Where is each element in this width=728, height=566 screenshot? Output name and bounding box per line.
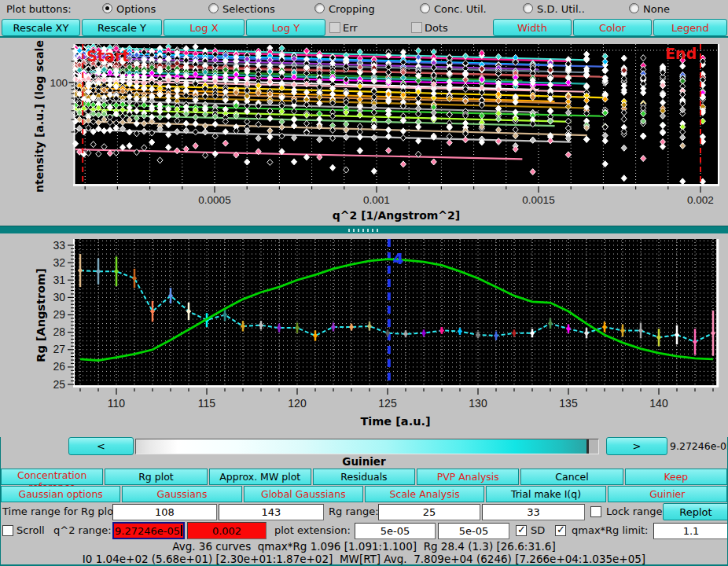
lock-range-label: Lock range xyxy=(606,503,663,519)
slider-next-button[interactable]: > xyxy=(606,437,667,455)
radio-none[interactable] xyxy=(629,3,639,13)
svg-text:140: 140 xyxy=(649,397,668,410)
iq-plot-svg: StartEnd0.00050.0010.00150.002100q^2 [1/… xyxy=(0,38,728,225)
rg-plot-range-row: Time range for Rg plot: Rg range: Lock r… xyxy=(0,503,728,521)
plot-buttons-label: Plot buttons: xyxy=(6,1,72,17)
concentration-reference-button[interactable]: Concentration reference xyxy=(1,469,103,485)
iq-plot-canvas[interactable]: StartEnd0.00050.0010.00150.002100q^2 [1/… xyxy=(0,38,728,225)
rg-plot-svg: 4110115120125130135140252627282930313233… xyxy=(0,234,728,432)
log-y-button[interactable]: Log Y xyxy=(246,19,325,36)
rg-from-input[interactable] xyxy=(378,504,480,520)
radio-label-s-d-util: S.D. Util.. xyxy=(537,1,585,17)
radio-conc-util[interactable] xyxy=(420,3,430,13)
q2-range-row: Scroll q^2 range: 9.27246e-05 0.002 plot… xyxy=(0,522,728,540)
color-button[interactable]: Color xyxy=(573,19,652,36)
global-gaussians-button[interactable]: Global Gaussians xyxy=(244,486,363,502)
gaussians-button[interactable]: Gaussians xyxy=(122,486,241,502)
svg-text:0.0005: 0.0005 xyxy=(198,194,230,206)
svg-text:125: 125 xyxy=(378,397,397,410)
qmax-rg-input[interactable] xyxy=(653,523,728,539)
plot-extension-label: plot extension: xyxy=(274,522,351,538)
time-range-label: Time range for Rg plot: xyxy=(2,503,121,519)
keep-button[interactable]: Keep xyxy=(625,469,727,485)
qmax-rg-label: qmax*Rg limit: xyxy=(572,522,648,538)
q2-max-field[interactable]: 0.002 xyxy=(187,522,267,539)
end-marker-label: End xyxy=(665,45,697,62)
svg-text:110: 110 xyxy=(108,397,126,410)
rg-plot-button[interactable]: Rg plot xyxy=(105,469,207,485)
radio-label-cropping: Cropping xyxy=(329,1,375,17)
approx-mw-plot-button[interactable]: Approx. MW plot xyxy=(209,469,311,485)
guinier-position-slider[interactable] xyxy=(135,439,599,454)
rg-xaxis-label: Time [a.u.] xyxy=(360,415,430,428)
plot-toolbar: Rescale XYRescale YLog XLog YErrDotsWidt… xyxy=(0,19,728,36)
pvp-analysis-button[interactable]: PVP Analysis xyxy=(417,469,519,485)
slider-value: 9.27246e-05 xyxy=(670,440,728,452)
radio-s-d-util[interactable] xyxy=(523,3,533,13)
dots-checkbox-label: Dots xyxy=(425,20,448,35)
status-line-1: Avg. 36 curves qmax*Rg 1.096 [1.091:1.10… xyxy=(0,540,728,553)
svg-text:29: 29 xyxy=(53,308,65,321)
rg-yaxis-label: Rg [Angstrom] xyxy=(35,268,47,362)
radio-selections[interactable] xyxy=(208,3,219,13)
radio-options[interactable] xyxy=(102,3,112,13)
svg-text:25: 25 xyxy=(53,378,65,391)
rg-range-label: Rg range: xyxy=(329,503,379,519)
status-line-2: I0 1.04e+02 (5.68e+01) [2.30e+01:1.87e+0… xyxy=(0,553,728,565)
action-row-1: Concentration referenceRg plotApprox. MW… xyxy=(0,469,728,485)
time-to-input[interactable] xyxy=(219,504,324,520)
plot-extension-right-input[interactable] xyxy=(438,523,509,539)
log-x-button[interactable]: Log X xyxy=(164,19,245,36)
gaussian-options-button[interactable]: Gaussian options xyxy=(1,486,120,502)
rg-plot-canvas[interactable]: 4110115120125130135140252627282930313233… xyxy=(0,234,728,432)
residuals-button[interactable]: Residuals xyxy=(313,469,415,485)
radio-label-conc-util: Conc. Util. xyxy=(434,1,487,17)
plot-extension-left-input[interactable] xyxy=(355,523,436,539)
q2-max-value: 0.002 xyxy=(212,525,241,537)
guinier-button[interactable]: Guinier xyxy=(608,486,727,502)
iq-yaxis-label: ntensity [a.u.] (log scale xyxy=(33,40,46,193)
cancel-button[interactable]: Cancel xyxy=(520,469,623,485)
err-checkbox-label: Err xyxy=(343,20,358,35)
width-button[interactable]: Width xyxy=(493,19,572,36)
dots-checkbox[interactable] xyxy=(411,22,422,33)
lock-range-checkbox[interactable] xyxy=(590,506,601,517)
sd-checkbox[interactable] xyxy=(516,525,527,536)
replot-button[interactable]: Replot xyxy=(663,503,728,520)
legend-button[interactable]: Legend xyxy=(653,19,727,36)
err-checkbox[interactable] xyxy=(329,22,340,33)
slider-tail xyxy=(589,439,598,454)
rescale-xy-button[interactable]: Rescale XY xyxy=(2,19,80,36)
hplc-saxs-analysis-window: Plot buttons: OptionsSelectionsCroppingC… xyxy=(0,0,728,566)
q2-min-value: 9.27246e-05 xyxy=(115,525,180,537)
q2-range-label: q^2 range: xyxy=(53,522,112,538)
svg-text:135: 135 xyxy=(559,397,578,410)
qmax-rg-checkbox[interactable] xyxy=(555,525,566,536)
plot-splitter[interactable] xyxy=(0,226,728,233)
radio-label-options: Options xyxy=(116,1,156,17)
slider-handle[interactable] xyxy=(586,439,589,454)
svg-text:0.001: 0.001 xyxy=(363,194,390,206)
svg-text:30: 30 xyxy=(53,291,65,303)
scale-analysis-button[interactable]: Scale Analysis xyxy=(365,486,484,502)
radio-cropping[interactable] xyxy=(314,3,325,13)
svg-text:28: 28 xyxy=(53,325,65,338)
svg-text:0.0015: 0.0015 xyxy=(522,194,554,206)
left-frame-line xyxy=(0,437,1,566)
slider-prev-button[interactable]: < xyxy=(68,437,134,455)
q2-min-field[interactable]: 9.27246e-05 xyxy=(112,522,185,539)
rescale-y-button[interactable]: Rescale Y xyxy=(82,19,162,36)
iq-ytick-100: 100 xyxy=(50,77,68,89)
scroll-checkbox[interactable] xyxy=(2,525,13,536)
plot-buttons-bar: Plot buttons: OptionsSelectionsCroppingC… xyxy=(0,0,728,18)
time-from-input[interactable] xyxy=(112,504,217,520)
svg-text:32: 32 xyxy=(53,256,65,269)
radio-label-selections: Selections xyxy=(222,1,275,17)
rg-to-input[interactable] xyxy=(482,504,585,520)
svg-text:31: 31 xyxy=(53,274,65,286)
trial-make-i-q-button[interactable]: Trial make I(q) xyxy=(486,486,605,502)
text-cursor xyxy=(181,525,182,536)
splitter-grip-icon xyxy=(348,229,380,232)
svg-text:130: 130 xyxy=(469,397,487,410)
svg-text:27: 27 xyxy=(53,343,65,355)
